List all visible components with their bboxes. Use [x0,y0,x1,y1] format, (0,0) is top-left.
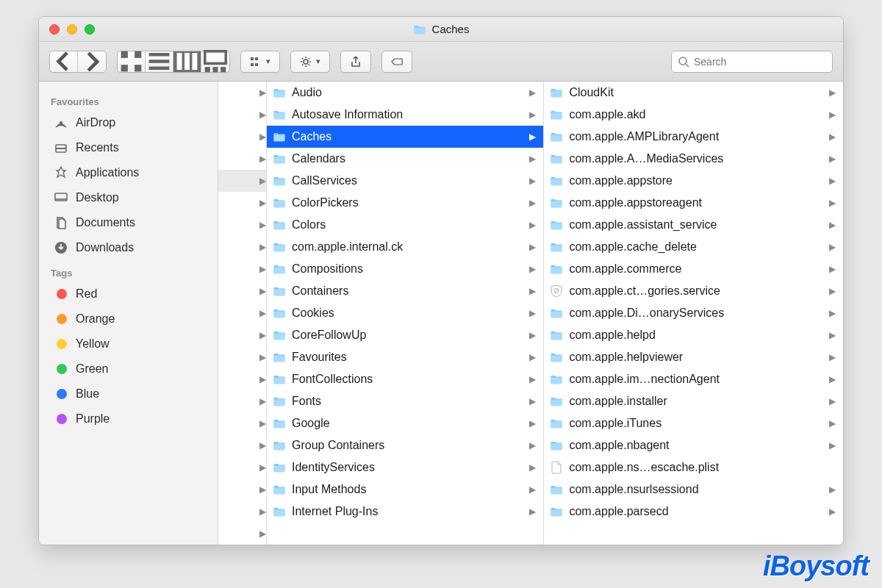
list-item[interactable]: com.apple.cache_delete▶ [544,236,843,258]
list-item[interactable]: com.apple.A…MediaServices▶ [544,148,843,170]
list-item[interactable]: com.apple.ct…gories.service▶ [544,280,843,302]
column0-row[interactable]: ▶ [218,192,266,214]
list-item[interactable]: Containers▶ [267,280,543,302]
forward-button[interactable] [78,51,106,72]
list-item[interactable]: com.apple.assistant_service▶ [544,214,843,236]
column0-row[interactable]: ▶ [218,280,266,302]
list-item[interactable]: com.apple.akd▶ [544,104,843,126]
nav-buttons [49,51,107,73]
column0-row[interactable]: ▶ [218,302,266,324]
sidebar-item-downloads[interactable]: Downloads [39,235,218,260]
column0-row[interactable]: ▶ [218,236,266,258]
sidebar-tag[interactable]: Purple [39,406,218,431]
column0-row[interactable]: ▶ [218,390,266,412]
sidebar-tag[interactable]: Red [39,282,218,306]
sidebar-item-applications[interactable]: Applications [39,160,218,185]
list-item[interactable]: com.apple.commerce▶ [544,258,843,280]
back-button[interactable] [50,51,78,72]
list-item[interactable]: com.apple.nsurlsessiond▶ [544,478,843,501]
chevron-right-icon: ▶ [529,87,536,98]
list-item[interactable]: com.apple.helpd▶ [544,324,843,346]
column0-row[interactable]: ▶ [218,478,266,501]
column0-row[interactable]: ▶ [218,258,266,280]
column0-row[interactable]: ▶ [218,104,266,126]
column0-row[interactable]: ▶ [218,456,266,478]
list-item[interactable]: Autosave Information▶ [267,104,543,126]
view-list-button[interactable] [146,51,173,72]
list-item[interactable]: com.apple.AMPLibraryAgent▶ [544,126,843,148]
sidebar-item-documents[interactable]: Documents [39,210,218,235]
svg-rect-2 [121,51,128,58]
action-button[interactable]: ▾ [290,51,330,73]
list-item[interactable]: Fonts▶ [267,390,543,412]
column0-row[interactable]: ▶ [218,126,266,148]
sidebar-item-recents[interactable]: Recents [39,135,218,160]
list-item[interactable]: com.apple.appstoreagent▶ [544,192,843,214]
chevron-right-icon: ▶ [829,440,836,451]
tags-button[interactable] [381,51,412,73]
list-item[interactable]: Favourites▶ [267,346,543,368]
sidebar-tag[interactable]: Green [39,356,218,381]
list-item[interactable]: Audio▶ [267,82,543,104]
list-item[interactable]: com.apple.im…nectionAgent▶ [544,368,843,390]
zoom-button[interactable] [85,24,95,35]
column0-row[interactable]: ▶ [218,368,266,390]
list-item[interactable]: CloudKit▶ [544,82,843,104]
chevron-right-icon: ▶ [259,87,266,98]
list-item[interactable]: ColorPickers▶ [267,192,543,214]
column0-row[interactable]: ▶ [218,523,266,545]
chevron-right-icon: ▶ [259,484,266,495]
list-item[interactable]: CoreFollowUp▶ [267,324,543,346]
column0-row[interactable]: ▶ [218,434,266,456]
column0-row[interactable]: ▶ [218,501,266,523]
list-item[interactable]: Google▶ [267,412,543,434]
folder-icon [550,154,563,164]
list-item[interactable]: IdentityServices▶ [267,456,543,478]
list-item[interactable]: Caches▶ [267,126,543,148]
list-item[interactable]: Input Methods▶ [267,478,543,501]
list-item[interactable]: com.apple.parsecd▶ [544,501,843,523]
list-item[interactable]: CallServices▶ [267,170,543,192]
view-gallery-button[interactable] [201,51,229,72]
column0-row[interactable]: ▶ [218,346,266,368]
list-item[interactable]: com.apple.helpviewer▶ [544,346,843,368]
group-by-button[interactable]: ▾ [240,51,280,73]
column0-row[interactable]: ▶ [218,324,266,346]
list-item[interactable]: com.apple.Di…onaryServices▶ [544,302,843,324]
column0-row[interactable]: ▶ [218,412,266,434]
share-button[interactable] [340,51,371,73]
folder-icon [273,264,286,274]
column0-row[interactable]: ▶ [218,214,266,236]
list-item[interactable]: com.apple.internal.ck▶ [267,236,543,258]
column0-row[interactable]: ▶ [218,82,266,104]
chevron-right-icon: ▶ [259,286,266,296]
view-icons-button[interactable] [118,51,146,72]
list-item[interactable]: FontCollections▶ [267,368,543,390]
apps-icon [54,165,68,180]
list-item[interactable]: com.apple.nbagent▶ [544,434,843,456]
search-field[interactable] [671,51,833,73]
minimize-button[interactable] [67,24,77,35]
column0-row[interactable]: ▶ [218,148,266,170]
list-item[interactable]: com.apple.installer▶ [544,390,843,412]
list-item[interactable]: com.apple.iTunes▶ [544,412,843,434]
list-item[interactable]: Group Containers▶ [267,434,543,456]
close-button[interactable] [49,24,60,35]
list-item[interactable]: Cookies▶ [267,302,543,324]
folder-icon [273,484,286,495]
column0-row[interactable]: ▶ [218,170,266,192]
list-item[interactable]: Internet Plug-Ins▶ [267,501,543,523]
list-item[interactable]: Calendars▶ [267,148,543,170]
list-item[interactable]: Colors▶ [267,214,543,236]
sidebar-item-airdrop[interactable]: AirDrop [39,110,218,135]
search-input[interactable] [694,56,826,68]
list-item[interactable]: com.apple.ns…escache.plist [544,456,843,478]
sidebar-item-desktop[interactable]: Desktop [39,185,218,210]
sidebar-tag[interactable]: Blue [39,381,218,406]
list-item[interactable]: Compositions▶ [267,258,543,280]
sidebar-tag[interactable]: Orange [39,306,218,331]
sidebar-tag[interactable]: Yellow [39,331,218,356]
list-item[interactable]: com.apple.appstore▶ [544,170,843,192]
view-columns-button[interactable] [173,51,201,72]
svg-point-29 [679,57,686,65]
